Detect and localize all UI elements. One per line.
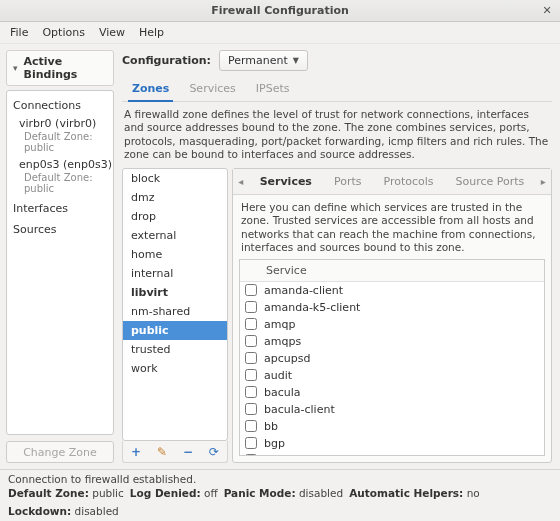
inner-tab-source-ports[interactable]: Source Ports: [445, 169, 536, 194]
zone-item-nm-shared[interactable]: nm-shared: [123, 302, 227, 321]
lockdown-value: disabled: [75, 505, 119, 517]
service-row[interactable]: amqps: [240, 333, 544, 350]
auto-helpers-value: no: [467, 487, 480, 499]
add-icon[interactable]: +: [128, 444, 144, 460]
window-title: Firewall Configuration: [211, 4, 349, 17]
service-row[interactable]: amanda-client: [240, 282, 544, 299]
inner-tab-protocols[interactable]: Protocols: [372, 169, 444, 194]
configuration-label: Configuration:: [122, 54, 211, 67]
zone-list[interactable]: blockdmzdropexternalhomeinternallibvirtn…: [122, 168, 228, 441]
connections-category[interactable]: Connections: [7, 95, 113, 116]
service-row[interactable]: audit: [240, 367, 544, 384]
service-checkbox[interactable]: [245, 318, 257, 330]
default-zone-value: public: [92, 487, 124, 499]
service-checkbox[interactable]: [245, 454, 257, 456]
remove-icon[interactable]: −: [180, 444, 196, 460]
service-name: amanda-client: [262, 283, 544, 298]
service-row[interactable]: bgp: [240, 435, 544, 452]
scroll-left-icon[interactable]: ◂: [233, 176, 249, 187]
service-name: audit: [262, 368, 544, 383]
active-bindings-header[interactable]: ▾ Active Bindings: [6, 50, 114, 86]
active-bindings-label: Active Bindings: [24, 55, 107, 81]
connection-item-sub: Default Zone: public: [7, 131, 113, 157]
tab-services[interactable]: Services: [179, 77, 245, 101]
menu-view[interactable]: View: [99, 26, 125, 39]
zone-detail-pane: ◂ Services Ports Protocols Source Ports …: [232, 168, 552, 463]
zone-item-block[interactable]: block: [123, 169, 227, 188]
close-icon[interactable]: ✕: [540, 3, 554, 17]
status-line-1: Connection to firewalld established.: [0, 469, 560, 485]
log-denied-value: off: [204, 487, 218, 499]
panic-value: disabled: [299, 487, 343, 499]
service-checkbox[interactable]: [245, 301, 257, 313]
service-name: bgp: [262, 436, 544, 451]
refresh-icon[interactable]: ⟳: [206, 444, 222, 460]
sources-category[interactable]: Sources: [7, 219, 113, 240]
service-column-header[interactable]: Service: [262, 260, 544, 281]
connection-item[interactable]: virbr0 (virbr0): [7, 116, 113, 131]
service-checkbox[interactable]: [245, 369, 257, 381]
zone-item-internal[interactable]: internal: [123, 264, 227, 283]
service-row[interactable]: bacula: [240, 384, 544, 401]
chevron-down-icon: ▾: [13, 63, 18, 73]
top-tabs: Zones Services IPSets: [122, 77, 552, 102]
zone-item-external[interactable]: external: [123, 226, 227, 245]
service-row[interactable]: bitcoin: [240, 452, 544, 457]
zone-item-dmz[interactable]: dmz: [123, 188, 227, 207]
service-row[interactable]: apcupsd: [240, 350, 544, 367]
zone-inner-tabs: ◂ Services Ports Protocols Source Ports …: [233, 169, 551, 195]
service-list[interactable]: Service amanda-clientamanda-k5-clientamq…: [239, 259, 545, 457]
auto-helpers-label: Automatic Helpers:: [349, 487, 463, 499]
tab-zones[interactable]: Zones: [122, 77, 179, 101]
inner-tab-services[interactable]: Services: [249, 169, 323, 194]
zones-description: A firewalld zone defines the level of tr…: [124, 108, 550, 162]
service-name: amqps: [262, 334, 544, 349]
tab-ipsets[interactable]: IPSets: [246, 77, 300, 101]
configuration-select[interactable]: Permanent ▼: [219, 50, 308, 71]
service-name: amanda-k5-client: [262, 300, 544, 315]
connection-item[interactable]: enp0s3 (enp0s3): [7, 157, 113, 172]
edit-icon[interactable]: ✎: [154, 444, 170, 460]
service-row[interactable]: amqp: [240, 316, 544, 333]
chevron-down-icon: ▼: [293, 56, 299, 65]
zone-toolbar: + ✎ − ⟳: [122, 441, 228, 463]
service-checkbox[interactable]: [245, 403, 257, 415]
service-checkbox[interactable]: [245, 352, 257, 364]
interfaces-category[interactable]: Interfaces: [7, 198, 113, 219]
zone-item-trusted[interactable]: trusted: [123, 340, 227, 359]
service-checkbox[interactable]: [245, 420, 257, 432]
titlebar: Firewall Configuration ✕: [0, 0, 560, 22]
menu-file[interactable]: File: [10, 26, 28, 39]
service-row[interactable]: bacula-client: [240, 401, 544, 418]
menu-options[interactable]: Options: [42, 26, 84, 39]
service-name: bb: [262, 419, 544, 434]
service-checkbox[interactable]: [245, 284, 257, 296]
zone-item-home[interactable]: home: [123, 245, 227, 264]
service-name: bacula: [262, 385, 544, 400]
sidebar: ▾ Active Bindings Connections virbr0 (vi…: [6, 50, 114, 463]
zone-item-drop[interactable]: drop: [123, 207, 227, 226]
main-pane: Configuration: Permanent ▼ Zones Service…: [120, 50, 554, 463]
zone-item-public[interactable]: public: [123, 321, 227, 340]
services-description: Here you can define which services are t…: [233, 195, 551, 259]
scroll-right-icon[interactable]: ▸: [535, 176, 551, 187]
service-row[interactable]: amanda-k5-client: [240, 299, 544, 316]
bindings-list[interactable]: Connections virbr0 (virbr0) Default Zone…: [6, 90, 114, 435]
service-name: bacula-client: [262, 402, 544, 417]
menu-help[interactable]: Help: [139, 26, 164, 39]
service-checkbox[interactable]: [245, 437, 257, 449]
service-name: apcupsd: [262, 351, 544, 366]
menubar: File Options View Help: [0, 22, 560, 44]
service-row[interactable]: bb: [240, 418, 544, 435]
inner-tab-ports[interactable]: Ports: [323, 169, 373, 194]
service-checkbox[interactable]: [245, 386, 257, 398]
panic-label: Panic Mode:: [224, 487, 296, 499]
log-denied-label: Log Denied:: [130, 487, 201, 499]
lockdown-label: Lockdown:: [8, 505, 71, 517]
zone-item-work[interactable]: work: [123, 359, 227, 378]
zone-item-libvirt[interactable]: libvirt: [123, 283, 227, 302]
service-checkbox[interactable]: [245, 335, 257, 347]
default-zone-label: Default Zone:: [8, 487, 89, 499]
status-line-2: Default Zone: public Log Denied: off Pan…: [0, 485, 560, 521]
configuration-value: Permanent: [228, 54, 288, 67]
